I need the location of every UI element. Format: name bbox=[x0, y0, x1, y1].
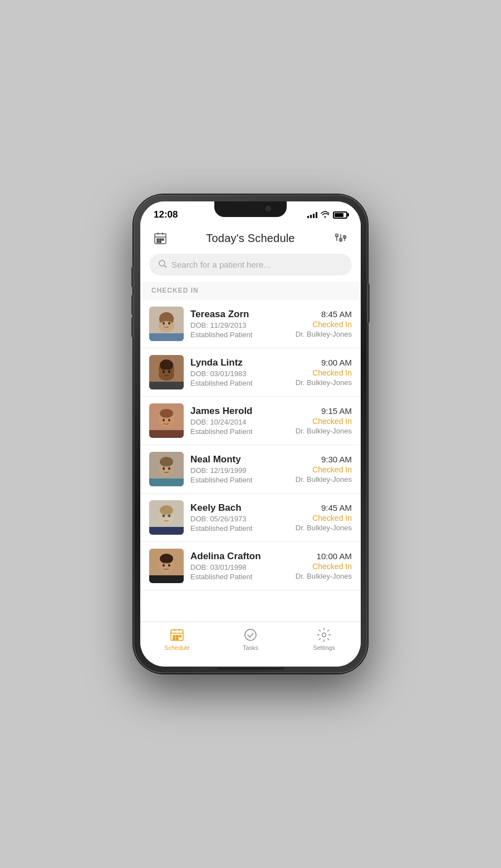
svg-rect-1 bbox=[157, 239, 159, 240]
schedule-time: 9:00 AM bbox=[296, 358, 352, 367]
patient-info: Keely Bach DOB: 05/26/1973 Established P… bbox=[190, 502, 289, 532]
search-icon bbox=[158, 259, 167, 270]
schedule-time: 10:00 AM bbox=[296, 551, 352, 561]
svg-rect-5 bbox=[160, 241, 161, 243]
signal-bar-3 bbox=[313, 214, 315, 218]
schedule-doctor: Dr. Bulkley-Jones bbox=[296, 572, 352, 580]
tab-schedule[interactable]: Schedule bbox=[140, 628, 214, 651]
calendar-button[interactable] bbox=[151, 229, 169, 247]
svg-point-55 bbox=[163, 564, 165, 567]
patient-dob: DOB: 10/24/2014 bbox=[190, 418, 289, 426]
front-camera bbox=[266, 206, 271, 211]
patient-dob: DOB: 12/19/1999 bbox=[190, 466, 289, 475]
svg-point-12 bbox=[159, 260, 165, 266]
settings-icon bbox=[317, 628, 331, 642]
patient-item[interactable]: Neal Monty DOB: 12/19/1999 Established P… bbox=[140, 445, 361, 494]
schedule-doctor: Dr. Bulkley-Jones bbox=[296, 475, 352, 484]
svg-point-54 bbox=[159, 563, 174, 574]
patient-dob: DOB: 05/26/1973 bbox=[190, 515, 289, 523]
svg-rect-62 bbox=[173, 638, 175, 640]
svg-rect-61 bbox=[179, 635, 181, 637]
svg-line-13 bbox=[164, 265, 166, 268]
section-checked-in-label: CHECKED IN bbox=[140, 282, 361, 300]
patient-type: Established Patient bbox=[190, 427, 289, 436]
svg-rect-60 bbox=[176, 635, 179, 637]
patient-name: Tereasa Zorn bbox=[190, 309, 289, 320]
schedule-time: 9:15 AM bbox=[296, 406, 352, 416]
schedule-doctor: Dr. Bulkley-Jones bbox=[296, 378, 352, 387]
app-header: Today's Schedule bbox=[140, 225, 361, 254]
filter-button[interactable] bbox=[332, 229, 350, 247]
patient-type: Established Patient bbox=[190, 476, 289, 484]
status-badge: Checked In bbox=[296, 320, 352, 329]
patient-item[interactable]: Lynda Lintz DOB: 03/01/1983 Established … bbox=[140, 348, 361, 397]
schedule-time: 9:45 AM bbox=[296, 503, 352, 512]
status-icons bbox=[307, 211, 347, 219]
battery-fill bbox=[335, 213, 343, 217]
avatar bbox=[149, 549, 184, 583]
avatar bbox=[149, 452, 184, 486]
svg-point-56 bbox=[168, 564, 170, 567]
patient-info: Lynda Lintz DOB: 03/01/1983 Established … bbox=[190, 357, 289, 387]
battery-icon bbox=[333, 211, 347, 219]
svg-rect-50 bbox=[149, 527, 184, 535]
svg-point-33 bbox=[168, 419, 170, 422]
phone-frame: 12:08 bbox=[134, 195, 367, 673]
svg-point-30 bbox=[160, 409, 173, 418]
wifi-icon bbox=[321, 211, 330, 219]
avatar bbox=[149, 500, 184, 535]
svg-point-39 bbox=[163, 467, 165, 470]
svg-point-23 bbox=[160, 359, 173, 371]
search-bar[interactable]: Search for a patient here... bbox=[149, 254, 352, 275]
page-title: Today's Schedule bbox=[206, 232, 294, 245]
svg-rect-2 bbox=[160, 239, 161, 240]
patient-dob: DOB: 11/29/2013 bbox=[190, 321, 289, 329]
patient-type: Established Patient bbox=[190, 331, 289, 339]
schedule-time: 8:45 AM bbox=[296, 309, 352, 319]
schedule-doctor: Dr. Bulkley-Jones bbox=[296, 330, 352, 338]
svg-rect-63 bbox=[176, 638, 179, 640]
svg-point-26 bbox=[168, 371, 170, 373]
status-time: 12:08 bbox=[154, 209, 178, 220]
svg-rect-20 bbox=[149, 333, 184, 341]
signal-bar-2 bbox=[310, 215, 312, 218]
svg-rect-34 bbox=[149, 430, 184, 438]
schedule-time: 9:30 AM bbox=[296, 455, 352, 464]
patient-item[interactable]: Tereasa Zorn DOB: 11/29/2013 Established… bbox=[140, 300, 361, 348]
patient-item[interactable]: James Herold DOB: 10/24/2014 Established… bbox=[140, 397, 361, 445]
tasks-icon bbox=[243, 628, 258, 642]
svg-point-25 bbox=[163, 371, 165, 373]
signal-bar-4 bbox=[316, 212, 317, 218]
svg-point-64 bbox=[245, 629, 256, 640]
patient-dob: DOB: 03/01/1983 bbox=[190, 369, 289, 378]
svg-point-38 bbox=[159, 466, 174, 477]
patient-type: Established Patient bbox=[190, 524, 289, 532]
patient-schedule: 9:15 AM Checked In Dr. Bulkley-Jones bbox=[296, 406, 352, 435]
patient-schedule: 9:45 AM Checked In Dr. Bulkley-Jones bbox=[296, 503, 352, 532]
patient-item[interactable]: Keely Bach DOB: 05/26/1973 Established P… bbox=[140, 494, 361, 542]
svg-rect-41 bbox=[149, 479, 184, 486]
patient-info: James Herold DOB: 10/24/2014 Established… bbox=[190, 406, 289, 436]
patient-info: Tereasa Zorn DOB: 11/29/2013 Established… bbox=[190, 309, 289, 339]
patient-name: James Herold bbox=[190, 406, 289, 417]
tab-settings-label: Settings bbox=[313, 644, 335, 651]
patient-schedule: 8:45 AM Checked In Dr. Bulkley-Jones bbox=[296, 309, 352, 338]
status-badge: Checked In bbox=[296, 562, 352, 571]
status-badge: Checked In bbox=[296, 368, 352, 377]
status-badge: Checked In bbox=[296, 465, 352, 474]
svg-point-40 bbox=[168, 467, 170, 470]
svg-point-32 bbox=[163, 419, 165, 422]
tab-settings[interactable]: Settings bbox=[287, 628, 361, 651]
avatar bbox=[149, 307, 184, 341]
patient-schedule: 9:30 AM Checked In Dr. Bulkley-Jones bbox=[296, 455, 352, 484]
patient-name: Neal Monty bbox=[190, 454, 289, 465]
patient-list: Tereasa Zorn DOB: 11/29/2013 Established… bbox=[140, 300, 361, 622]
svg-point-65 bbox=[322, 633, 326, 637]
patient-info: Neal Monty DOB: 12/19/1999 Established P… bbox=[190, 454, 289, 484]
tab-tasks[interactable]: Tasks bbox=[214, 628, 287, 651]
svg-rect-27 bbox=[149, 382, 184, 389]
patient-item[interactable]: Adelina Crafton DOB: 03/01/1998 Establis… bbox=[140, 542, 361, 590]
patient-type: Established Patient bbox=[190, 379, 289, 387]
svg-point-44 bbox=[160, 505, 173, 515]
svg-point-24 bbox=[159, 369, 174, 381]
